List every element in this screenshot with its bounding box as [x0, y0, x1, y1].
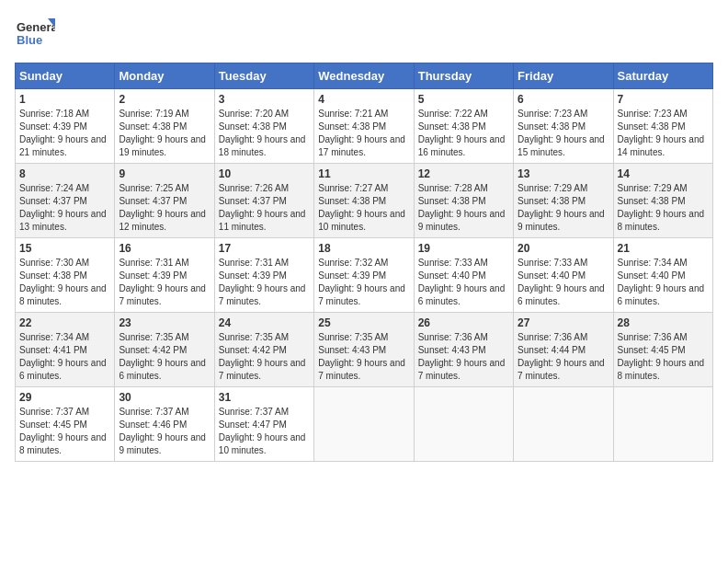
day-number: 15: [19, 242, 110, 255]
column-header-friday: Friday: [514, 63, 613, 89]
calendar-cell: 27 Sunrise: 7:36 AMSunset: 4:44 PMDaylig…: [514, 313, 613, 387]
day-number: 5: [418, 93, 509, 106]
day-info: Sunrise: 7:30 AMSunset: 4:38 PMDaylight:…: [19, 258, 107, 306]
calendar-cell: 4 Sunrise: 7:21 AMSunset: 4:38 PMDayligh…: [314, 89, 414, 164]
calendar-week-row: 29 Sunrise: 7:37 AMSunset: 4:45 PMDaylig…: [16, 387, 713, 462]
calendar-cell: 26 Sunrise: 7:36 AMSunset: 4:43 PMDaylig…: [414, 313, 513, 387]
day-number: 9: [119, 167, 210, 180]
calendar-cell: 7 Sunrise: 7:23 AMSunset: 4:38 PMDayligh…: [613, 89, 712, 164]
day-number: 24: [219, 316, 310, 329]
calendar-cell: 12 Sunrise: 7:28 AMSunset: 4:38 PMDaylig…: [414, 164, 513, 238]
calendar-cell: 3 Sunrise: 7:20 AMSunset: 4:38 PMDayligh…: [214, 89, 313, 164]
day-number: 6: [518, 93, 609, 106]
day-info: Sunrise: 7:34 AMSunset: 4:41 PMDaylight:…: [19, 332, 107, 381]
calendar-header-row: SundayMondayTuesdayWednesdayThursdayFrid…: [16, 63, 713, 89]
day-info: Sunrise: 7:37 AMSunset: 4:46 PMDaylight:…: [119, 407, 206, 455]
calendar-cell: [514, 387, 613, 462]
page-header: General Blue: [15, 15, 713, 55]
day-info: Sunrise: 7:36 AMSunset: 4:44 PMDaylight:…: [518, 332, 605, 381]
day-number: 19: [418, 242, 509, 255]
day-number: 1: [19, 93, 110, 106]
day-number: 2: [119, 93, 210, 106]
column-header-tuesday: Tuesday: [214, 63, 313, 89]
day-info: Sunrise: 7:35 AMSunset: 4:43 PMDaylight:…: [318, 332, 405, 381]
day-number: 10: [219, 167, 310, 180]
day-info: Sunrise: 7:26 AMSunset: 4:37 PMDaylight:…: [219, 183, 306, 232]
calendar-cell: 19 Sunrise: 7:33 AMSunset: 4:40 PMDaylig…: [414, 238, 513, 313]
day-number: 30: [119, 391, 210, 404]
day-number: 26: [418, 316, 509, 329]
calendar-cell: 13 Sunrise: 7:29 AMSunset: 4:38 PMDaylig…: [514, 164, 613, 238]
calendar-cell: 17 Sunrise: 7:31 AMSunset: 4:39 PMDaylig…: [214, 238, 313, 313]
day-number: 21: [618, 242, 709, 255]
day-info: Sunrise: 7:31 AMSunset: 4:39 PMDaylight:…: [219, 258, 306, 306]
day-number: 17: [219, 242, 310, 255]
calendar-cell: [314, 387, 414, 462]
day-number: 18: [318, 242, 409, 255]
day-number: 3: [219, 93, 310, 106]
day-info: Sunrise: 7:23 AMSunset: 4:38 PMDaylight:…: [618, 109, 705, 157]
day-number: 16: [119, 242, 210, 255]
day-info: Sunrise: 7:33 AMSunset: 4:40 PMDaylight:…: [418, 258, 506, 306]
calendar-cell: 29 Sunrise: 7:37 AMSunset: 4:45 PMDaylig…: [16, 387, 115, 462]
day-number: 23: [119, 316, 210, 329]
calendar-cell: 15 Sunrise: 7:30 AMSunset: 4:38 PMDaylig…: [16, 238, 115, 313]
day-info: Sunrise: 7:32 AMSunset: 4:39 PMDaylight:…: [318, 258, 405, 306]
calendar-cell: 14 Sunrise: 7:29 AMSunset: 4:38 PMDaylig…: [613, 164, 712, 238]
calendar-cell: 6 Sunrise: 7:23 AMSunset: 4:38 PMDayligh…: [514, 89, 613, 164]
day-info: Sunrise: 7:35 AMSunset: 4:42 PMDaylight:…: [219, 332, 306, 381]
day-info: Sunrise: 7:36 AMSunset: 4:43 PMDaylight:…: [418, 332, 506, 381]
calendar-cell: 11 Sunrise: 7:27 AMSunset: 4:38 PMDaylig…: [314, 164, 414, 238]
calendar-cell: 8 Sunrise: 7:24 AMSunset: 4:37 PMDayligh…: [16, 164, 115, 238]
calendar-cell: 22 Sunrise: 7:34 AMSunset: 4:41 PMDaylig…: [16, 313, 115, 387]
calendar-cell: 24 Sunrise: 7:35 AMSunset: 4:42 PMDaylig…: [214, 313, 313, 387]
day-number: 22: [19, 316, 110, 329]
calendar-table: SundayMondayTuesdayWednesdayThursdayFrid…: [15, 63, 713, 462]
calendar-week-row: 8 Sunrise: 7:24 AMSunset: 4:37 PMDayligh…: [16, 164, 713, 238]
day-info: Sunrise: 7:29 AMSunset: 4:38 PMDaylight:…: [618, 183, 705, 232]
day-number: 13: [518, 167, 609, 180]
day-number: 11: [318, 167, 409, 180]
day-info: Sunrise: 7:24 AMSunset: 4:37 PMDaylight:…: [19, 183, 107, 232]
day-info: Sunrise: 7:31 AMSunset: 4:39 PMDaylight:…: [119, 258, 206, 306]
calendar-cell: 30 Sunrise: 7:37 AMSunset: 4:46 PMDaylig…: [115, 387, 214, 462]
column-header-saturday: Saturday: [613, 63, 712, 89]
day-info: Sunrise: 7:37 AMSunset: 4:47 PMDaylight:…: [219, 407, 306, 455]
calendar-week-row: 15 Sunrise: 7:30 AMSunset: 4:38 PMDaylig…: [16, 238, 713, 313]
day-number: 31: [219, 391, 310, 404]
column-header-wednesday: Wednesday: [314, 63, 414, 89]
day-info: Sunrise: 7:25 AMSunset: 4:37 PMDaylight:…: [119, 183, 206, 232]
day-number: 20: [518, 242, 609, 255]
day-number: 7: [618, 93, 709, 106]
calendar-cell: 10 Sunrise: 7:26 AMSunset: 4:37 PMDaylig…: [214, 164, 313, 238]
calendar-cell: 5 Sunrise: 7:22 AMSunset: 4:38 PMDayligh…: [414, 89, 513, 164]
day-info: Sunrise: 7:36 AMSunset: 4:45 PMDaylight:…: [618, 332, 705, 381]
day-info: Sunrise: 7:23 AMSunset: 4:38 PMDaylight:…: [518, 109, 605, 157]
day-number: 27: [518, 316, 609, 329]
day-number: 4: [318, 93, 409, 106]
svg-text:Blue: Blue: [17, 33, 42, 47]
day-info: Sunrise: 7:19 AMSunset: 4:38 PMDaylight:…: [119, 109, 206, 157]
calendar-cell: 18 Sunrise: 7:32 AMSunset: 4:39 PMDaylig…: [314, 238, 414, 313]
column-header-monday: Monday: [115, 63, 214, 89]
column-header-thursday: Thursday: [414, 63, 513, 89]
day-info: Sunrise: 7:35 AMSunset: 4:42 PMDaylight:…: [119, 332, 206, 381]
calendar-week-row: 1 Sunrise: 7:18 AMSunset: 4:39 PMDayligh…: [16, 89, 713, 164]
svg-text:General: General: [17, 20, 55, 34]
logo: General Blue: [15, 15, 55, 55]
calendar-cell: 23 Sunrise: 7:35 AMSunset: 4:42 PMDaylig…: [115, 313, 214, 387]
logo-icon: General Blue: [15, 15, 55, 55]
calendar-cell: [414, 387, 513, 462]
calendar-week-row: 22 Sunrise: 7:34 AMSunset: 4:41 PMDaylig…: [16, 313, 713, 387]
day-number: 28: [618, 316, 709, 329]
calendar-cell: 9 Sunrise: 7:25 AMSunset: 4:37 PMDayligh…: [115, 164, 214, 238]
day-info: Sunrise: 7:27 AMSunset: 4:38 PMDaylight:…: [318, 183, 405, 232]
day-number: 29: [19, 391, 110, 404]
column-header-sunday: Sunday: [16, 63, 115, 89]
calendar-cell: [613, 387, 712, 462]
day-info: Sunrise: 7:37 AMSunset: 4:45 PMDaylight:…: [19, 407, 107, 455]
day-info: Sunrise: 7:34 AMSunset: 4:40 PMDaylight:…: [618, 258, 705, 306]
calendar-cell: 20 Sunrise: 7:33 AMSunset: 4:40 PMDaylig…: [514, 238, 613, 313]
day-info: Sunrise: 7:22 AMSunset: 4:38 PMDaylight:…: [418, 109, 506, 157]
day-info: Sunrise: 7:29 AMSunset: 4:38 PMDaylight:…: [518, 183, 605, 232]
